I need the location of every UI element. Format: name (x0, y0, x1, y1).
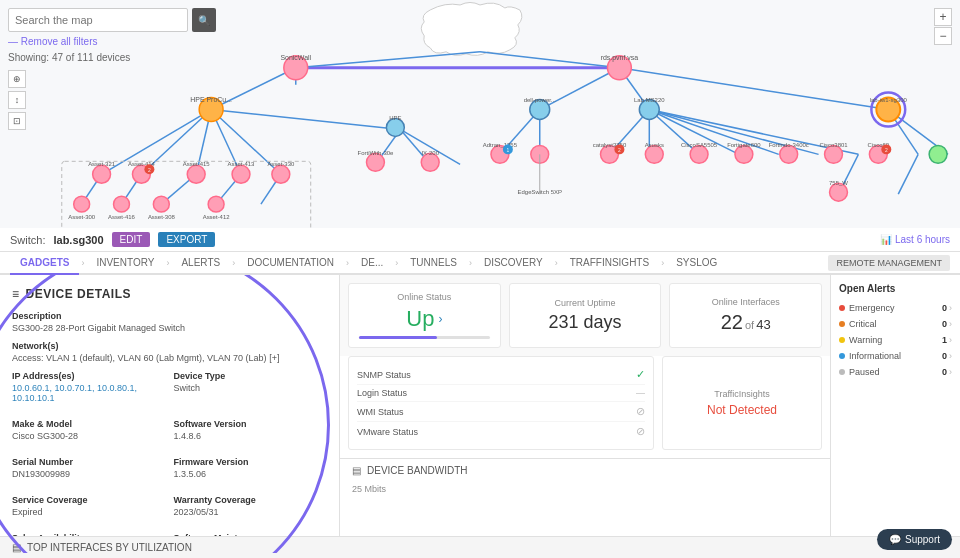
alert-warning[interactable]: Warning 1 › (839, 332, 952, 348)
tab-tunnels[interactable]: TUNNELS (400, 252, 467, 275)
support-button[interactable]: 💬 Support (877, 529, 952, 550)
make-section: Make & Model Cisco SG300-28 (12, 419, 166, 441)
detail-grid: IP Address(es) 10.0.60.1, 10.0.70.1, 10.… (12, 371, 327, 553)
bottom-icon: ▤ (12, 542, 21, 553)
svg-text:SonicWall: SonicWall (280, 54, 311, 61)
bandwidth-icon: ▤ (352, 465, 361, 476)
vmware-status-row: VMware Status ⊘ (357, 422, 645, 441)
paused-dot (839, 369, 845, 375)
status-checks-panel: SNMP Status ✓ Login Status — WMI Status … (348, 356, 654, 450)
alert-paused-arrow: › (949, 367, 952, 377)
device-type-section: Device Type Switch (174, 371, 328, 403)
vmware-status-icon: ⊘ (636, 425, 645, 438)
tab-documentation[interactable]: DOCUMENTATION (237, 252, 344, 275)
zoom-in-button[interactable]: + (934, 8, 952, 26)
right-panels: Online Status Up › Current Uptime 231 da… (340, 275, 830, 553)
map-ctrl-3[interactable]: ⊡ (8, 112, 26, 130)
svg-text:Asset-413: Asset-413 (228, 161, 256, 167)
serial-label: Serial Number (12, 457, 166, 467)
status-arrow[interactable]: › (438, 312, 442, 326)
firmware-section: Firmware Version 1.3.5.06 (174, 457, 328, 479)
svg-line-1 (211, 68, 296, 110)
search-button[interactable]: 🔍 (192, 8, 216, 32)
alert-paused[interactable]: Paused 0 › (839, 364, 952, 380)
svg-text:Asset-330: Asset-330 (267, 161, 295, 167)
alert-paused-label: Paused (849, 367, 942, 377)
tab-alerts[interactable]: ALERTS (171, 252, 230, 275)
login-status-row: Login Status — (357, 385, 645, 402)
svg-text:Asset-300: Asset-300 (68, 214, 96, 220)
svg-text:CiscoSA5505: CiscoSA5505 (681, 142, 718, 148)
map-ctrl-1[interactable]: ⊕ (8, 70, 26, 88)
alert-emergency-arrow: › (949, 303, 952, 313)
warranty-section: Warranty Coverage 2023/05/31 (174, 495, 328, 517)
bottom-bar: ▤ TOP INTERFACES BY UTILIZATION (0, 536, 960, 558)
map-ctrl-2[interactable]: ↕ (8, 91, 26, 109)
switch-header: Switch: lab.sg300 EDIT EXPORT 📊 Last 6 h… (0, 228, 960, 252)
remove-filters-link[interactable]: Remove all filters (8, 36, 97, 47)
svg-text:Cisco3801: Cisco3801 (819, 142, 848, 148)
alert-emergency[interactable]: Emergency 0 › (839, 300, 952, 316)
tab-discovery[interactable]: DISCOVERY (474, 252, 553, 275)
svg-point-81 (929, 145, 947, 163)
alert-paused-count: 0 (942, 367, 947, 377)
networks-value: Access: VLAN 1 (default), VLAN 60 (Lab M… (12, 353, 327, 363)
svg-text:rds.pvnf.vsa: rds.pvnf.vsa (601, 54, 639, 62)
uptime-card: Current Uptime 231 days (509, 283, 662, 348)
export-button[interactable]: EXPORT (158, 232, 215, 247)
svg-point-88 (232, 165, 250, 183)
svg-text:HPE: HPE (389, 115, 401, 121)
svg-point-96 (153, 196, 169, 212)
map-zoom-controls: + − (934, 8, 952, 45)
svg-line-19 (619, 68, 888, 110)
tab-traffinsights[interactable]: TRAFFINSIGHTS (560, 252, 659, 275)
svg-text:Asusks: Asusks (645, 142, 664, 148)
edit-button[interactable]: EDIT (112, 232, 151, 247)
snmp-status-icon: ✓ (636, 368, 645, 381)
alert-critical-arrow: › (949, 319, 952, 329)
tab-de[interactable]: DE... (351, 252, 393, 275)
support-label: Support (905, 534, 940, 545)
svg-point-82 (93, 165, 111, 183)
alert-informational-count: 0 (942, 351, 947, 361)
svg-point-98 (208, 196, 224, 212)
ip-label: IP Address(es) (12, 371, 166, 381)
svg-text:Asset-415: Asset-415 (183, 161, 211, 167)
svg-text:2: 2 (885, 148, 888, 153)
alerts-title: Open Alerts (839, 283, 952, 294)
svg-text:Fortigate600: Fortigate600 (727, 142, 761, 148)
wmi-label: WMI Status (357, 407, 636, 417)
alert-informational-label: Informational (849, 351, 942, 361)
alert-warning-label: Warning (849, 335, 942, 345)
zoom-out-button[interactable]: − (934, 27, 952, 45)
networks-extra-link[interactable]: [+] (269, 353, 279, 363)
alert-emergency-label: Emergency (849, 303, 942, 313)
tab-gadgets[interactable]: GADGETS (10, 252, 79, 275)
service-section: Service Coverage Expired (12, 495, 166, 517)
make-label: Make & Model (12, 419, 166, 429)
networks-section: Network(s) Access: VLAN 1 (default), VLA… (12, 341, 327, 363)
alert-informational[interactable]: Informational 0 › (839, 348, 952, 364)
svg-line-32 (898, 154, 918, 194)
alert-critical[interactable]: Critical 0 › (839, 316, 952, 332)
online-status-label: Online Status (397, 292, 451, 302)
alert-emergency-count: 0 (942, 303, 947, 313)
tab-inventory[interactable]: INVENTORY (86, 252, 164, 275)
search-input[interactable] (8, 8, 188, 32)
serial-value: DN193009989 (12, 469, 166, 479)
tab-syslog[interactable]: SYSLOG (666, 252, 727, 275)
traffic-value: Not Detected (707, 403, 777, 417)
svg-line-34 (480, 52, 619, 68)
svg-line-13 (211, 110, 400, 130)
software-section: Software Version 1.4.8.6 (174, 419, 328, 441)
remote-management-button[interactable]: REMOTE MANAGEMENT (828, 255, 950, 271)
device-type-label: Device Type (174, 371, 328, 381)
ip-value[interactable]: 10.0.60.1, 10.0.70.1, 10.0.80.1, 10.10.1… (12, 383, 166, 403)
device-type-value: Switch (174, 383, 328, 393)
alert-informational-arrow: › (949, 351, 952, 361)
snmp-status-row: SNMP Status ✓ (357, 365, 645, 385)
svg-point-90 (272, 165, 290, 183)
network-map[interactable]: 🔍 Remove all filters Showing: 47 of 111 … (0, 0, 960, 240)
main-content: ≡ DEVICE DETAILS Description SG300-28 28… (0, 275, 960, 553)
tabs-bar: GADGETS › INVENTORY › ALERTS › DOCUMENTA… (0, 252, 960, 275)
